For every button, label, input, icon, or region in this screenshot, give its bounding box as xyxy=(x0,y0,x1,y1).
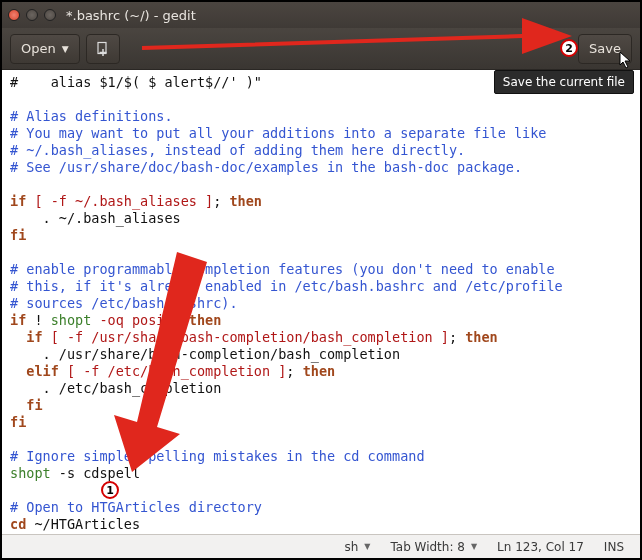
chevron-down-icon: ▼ xyxy=(364,542,370,551)
insert-mode[interactable]: INS xyxy=(596,540,632,554)
save-tooltip: Save the current file xyxy=(494,70,634,94)
annotation-marker-2: 2 xyxy=(560,39,578,57)
chevron-down-icon: ▼ xyxy=(62,44,69,54)
new-document-button[interactable] xyxy=(86,34,120,64)
window-title: *.bashrc (~/) - gedit xyxy=(66,8,196,23)
tab-width-selector[interactable]: Tab Width: 8▼ xyxy=(382,540,485,554)
toolbar: Open ▼ Save xyxy=(2,28,640,70)
language-selector[interactable]: sh▼ xyxy=(336,540,378,554)
window-minimize-button[interactable] xyxy=(26,9,38,21)
window-close-button[interactable] xyxy=(8,9,20,21)
open-button[interactable]: Open ▼ xyxy=(10,34,80,64)
chevron-down-icon: ▼ xyxy=(471,542,477,551)
titlebar: *.bashrc (~/) - gedit xyxy=(2,2,640,28)
annotation-marker-1: 1 xyxy=(101,481,119,499)
save-button[interactable]: Save xyxy=(578,34,632,64)
save-button-label: Save xyxy=(589,41,621,56)
editor-area[interactable]: # alias $1/$( $ alert$//' )" # Alias def… xyxy=(2,70,640,534)
new-document-icon xyxy=(95,41,111,57)
statusbar: sh▼ Tab Width: 8▼ Ln 123, Col 17 INS xyxy=(2,534,640,558)
open-button-label: Open xyxy=(21,41,56,56)
window-maximize-button[interactable] xyxy=(44,9,56,21)
cursor-position: Ln 123, Col 17 xyxy=(489,540,592,554)
